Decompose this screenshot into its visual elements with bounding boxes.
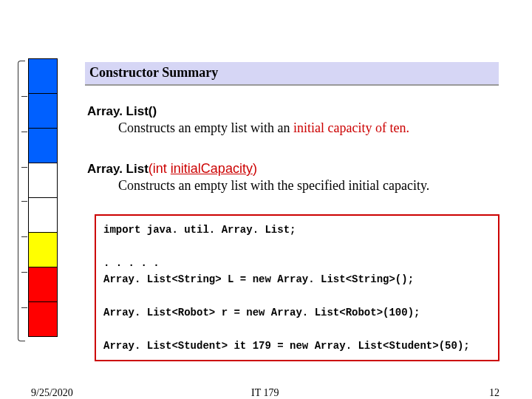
code-line: Array. List<Robot> r = new Array. List<R… xyxy=(103,304,491,321)
brace-tick xyxy=(21,236,27,237)
brace-tick xyxy=(21,272,27,273)
footer-page: 12 xyxy=(489,387,499,399)
paren-close: ) xyxy=(253,161,257,176)
constructor-entry: Array. List() Constructs an empty list w… xyxy=(87,103,409,136)
brace-tick xyxy=(21,167,27,168)
constructor-name: Array. List xyxy=(87,162,149,176)
section-title: Constructor Summary xyxy=(89,65,218,80)
brace-tick xyxy=(21,96,27,97)
brace-tick xyxy=(21,132,27,132)
strip-cell xyxy=(28,93,58,129)
section-header: Constructor Summary xyxy=(85,62,499,86)
strip-cell xyxy=(28,128,58,163)
param-type: int xyxy=(153,161,171,176)
strip-cell xyxy=(28,58,58,94)
constructor-name: Array. List xyxy=(87,104,149,118)
constructor-entry: Array. List(int initialCapacity) Constru… xyxy=(87,161,429,194)
desc-text: Constructs an empty list with an xyxy=(118,120,293,135)
footer-date: 9/25/2020 xyxy=(31,387,73,399)
desc-highlight: initial capacity of ten. xyxy=(293,120,409,135)
strip-cell xyxy=(28,267,58,302)
color-strip xyxy=(28,59,58,337)
code-line: Array. List<String> L = new Array. List<… xyxy=(103,271,491,287)
constructor-description: Constructs an empty list with the specif… xyxy=(118,178,429,194)
footer-course: IT 179 xyxy=(251,387,279,399)
code-line: import java. util. Array. List; xyxy=(103,222,491,238)
paren-close: ) xyxy=(153,104,157,118)
brace-tick xyxy=(21,201,27,202)
code-line: . . . . . xyxy=(103,255,491,271)
desc-text: Constructs an empty list with the specif… xyxy=(118,178,429,193)
strip-cell xyxy=(28,232,58,267)
code-line: Array. List<Student> it 179 = new Array.… xyxy=(103,338,491,354)
strip-cell xyxy=(28,301,58,337)
constructor-description: Constructs an empty list with an initial… xyxy=(118,120,409,136)
strip-cell xyxy=(28,163,58,198)
brace-tick xyxy=(21,307,27,308)
code-example: import java. util. Array. List; . . . . … xyxy=(95,214,499,361)
strip-cell xyxy=(28,197,58,233)
param-name: initialCapacity xyxy=(171,161,253,176)
